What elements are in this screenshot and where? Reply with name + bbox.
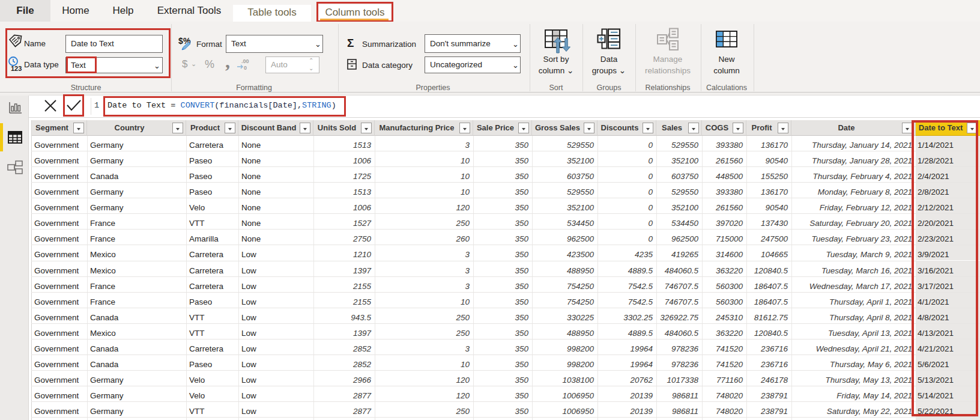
svg-text:0: 0 (244, 65, 247, 71)
svg-text:.00: .00 (241, 58, 249, 64)
